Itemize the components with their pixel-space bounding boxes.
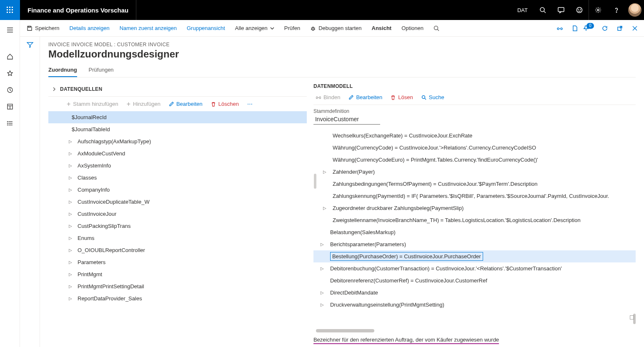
options-menu[interactable]: Optionen [396, 20, 428, 37]
nav-recent[interactable] [0, 82, 20, 98]
resize-handle[interactable] [630, 315, 634, 320]
tree-row-label: O_OIOUBLReportController [78, 247, 145, 253]
tab-validations[interactable]: Prüfungen [89, 67, 114, 77]
refresh-button[interactable] [597, 20, 612, 37]
view-menu[interactable]: Ansicht [367, 20, 397, 37]
datamodel-row[interactable]: Bestellung(PurchaseOrder) = CustInvoiceJ… [313, 250, 636, 262]
datamodel-row-label: Bestellung(PurchaseOrder) = CustInvoiceJ… [330, 252, 483, 261]
search-button[interactable] [534, 0, 552, 20]
expand-icon: ▷ [68, 139, 73, 144]
tree-row-label: PrintMgmt [78, 271, 102, 277]
expand-icon: ▷ [319, 290, 325, 295]
svg-rect-6 [7, 12, 8, 13]
horizontal-scrollbar[interactable] [316, 329, 374, 332]
nav-workspaces[interactable] [0, 98, 20, 115]
datamodel-row[interactable]: Belastungen(SalesMarkup) [313, 226, 636, 238]
nav-expand-button[interactable] [0, 22, 20, 38]
collapse-datasources[interactable] [48, 87, 60, 91]
nav-home[interactable] [0, 48, 20, 65]
feedback-button[interactable] [570, 0, 589, 20]
tree-row[interactable]: ▷Enums [48, 232, 307, 244]
datamodel-row[interactable]: ▷DirectDebitMandate [313, 287, 636, 299]
check-button[interactable]: Prüfen [279, 20, 305, 37]
svg-rect-11 [558, 7, 564, 12]
attach-button[interactable] [567, 20, 582, 37]
search-icon [539, 7, 546, 13]
debug-start-button[interactable]: Debuggen starten [305, 20, 366, 37]
tree-row-label: CustPackingSlipTrans [78, 223, 130, 229]
datamodel-row[interactable]: ▷Zugeordneter druckbarer Zahlungsbeleg(P… [313, 202, 636, 214]
dm-unbind-button[interactable]: Lösen [388, 92, 415, 102]
funnel-icon [27, 42, 33, 48]
svg-line-38 [437, 29, 439, 31]
nav-favorites[interactable] [0, 65, 20, 82]
show-names-first-button[interactable]: Namen zuerst anzeigen [115, 20, 182, 37]
tab-mapping[interactable]: Zuordnung [48, 67, 77, 77]
rootdef-input[interactable] [313, 114, 380, 125]
close-button[interactable] [627, 20, 642, 37]
tree-row[interactable]: ▷ReportDataProvider_Sales [48, 292, 307, 305]
datamodel-row[interactable]: ▷Berichtsparameter(Parameters) [313, 238, 636, 250]
nav-modules[interactable] [0, 115, 20, 132]
app-title: Finance and Operations Vorschau [20, 7, 136, 14]
tree-row[interactable]: ▷Parameters [48, 256, 307, 268]
datamodel-row[interactable]: Währung(CurrencyCode) = CustInvoiceJour.… [313, 142, 636, 154]
datamodel-row[interactable]: Währung(CurrencyCodeEuro) = PrintMgmt.Ta… [313, 154, 636, 166]
show-all-dropdown[interactable]: Alle anzeigen [230, 20, 279, 37]
tree-row[interactable]: ▷CustPackingSlipTrans [48, 220, 307, 232]
datamodel-row[interactable]: ▷Druckverwaltungseinstellung(PrintMgmtSe… [313, 299, 636, 311]
svg-rect-2 [12, 7, 13, 8]
link-icon [557, 25, 563, 31]
tree-row[interactable]: $JournalTableId [48, 123, 307, 135]
datamodel-row[interactable]: ▷Debitorenbuchung(CustomerTransaction) =… [313, 262, 636, 275]
user-avatar[interactable] [626, 0, 644, 20]
tree-row[interactable]: ▷PrintMgmt [48, 268, 307, 280]
help-button[interactable] [607, 0, 626, 20]
tree-row[interactable]: $JournalRecId [48, 111, 307, 123]
waffle-launcher[interactable] [0, 0, 20, 20]
more-button[interactable]: ⋯ [244, 99, 256, 109]
top-bar: Finance and Operations Vorschau DAT [0, 0, 644, 20]
tree-row[interactable]: ▷O_OIOUBLReportController [48, 244, 307, 256]
popout-button[interactable] [612, 20, 627, 37]
group-view-button[interactable]: Gruppenansicht [182, 20, 230, 37]
show-details-button[interactable]: Details anzeigen [65, 20, 115, 37]
tree-row[interactable]: ▷CustInvoiceJour [48, 208, 307, 220]
legal-entity[interactable]: DAT [511, 7, 534, 13]
datamodel-row[interactable]: Zahlungsbedingungen(TermsOfPayment) = Cu… [313, 178, 636, 190]
page-title: Modellzuordnungsdesigner [48, 48, 636, 60]
tree-row[interactable]: ▷CustInvoiceDuplicateTable_W [48, 196, 307, 208]
settings-button[interactable] [589, 0, 607, 20]
search-command[interactable] [428, 20, 444, 37]
expand-icon: ▷ [68, 163, 73, 168]
messages-button[interactable] [552, 0, 570, 20]
dm-edit-button[interactable]: Bearbeiten [346, 92, 385, 102]
splitter-handle[interactable] [314, 174, 316, 189]
tree-row[interactable]: ▷AxModuleCustVend [48, 147, 307, 160]
dm-search-button[interactable]: Suche [419, 92, 447, 102]
save-button[interactable]: Speichern [22, 20, 65, 37]
datamodel-row[interactable]: Wechselkurs(ExchangeRate) = CustInvoiceJ… [313, 130, 636, 142]
datamodel-row[interactable]: ▷Zahlender(Payer) [313, 166, 636, 178]
tree-row[interactable]: ▷Classes [48, 172, 307, 184]
tree-row-label: Aufschlagstyp(AxMarkupType) [78, 138, 151, 145]
tree-row[interactable]: ▷Aufschlagstyp(AxMarkupType) [48, 135, 307, 147]
tree-row-label: AxModuleCustVend [78, 150, 125, 157]
tree-row[interactable]: ▷PrintMgmtPrintSettingDetail [48, 280, 307, 292]
datamodel-row[interactable]: Zahlungskennung(PaymentId) = IF( Paramet… [313, 190, 636, 202]
notifications-button[interactable]: 0 [582, 20, 597, 37]
datamodel-row[interactable]: Debitorenreferenz(CustomerRef) = CustInv… [313, 275, 636, 287]
datamodel-row-label: Zahlungsbedingungen(TermsOfPayment) = Cu… [333, 181, 538, 187]
avatar-icon [628, 3, 641, 17]
chevron-down-icon [270, 26, 274, 30]
expand-icon: ▷ [319, 242, 325, 247]
tree-row[interactable]: ▷AxSystemInfo [48, 160, 307, 172]
edit-button[interactable]: Bearbeiten [165, 99, 206, 109]
tree-row[interactable]: ▷CompanyInfo [48, 184, 307, 196]
link-button[interactable] [552, 20, 567, 37]
datamodel-tree: Wechselkurs(ExchangeRate) = CustInvoiceJ… [313, 130, 636, 327]
datamodel-row[interactable]: Zweigstellenname(InvoiceBranchName_TH) =… [313, 214, 636, 226]
tree-row-label: CustInvoiceDuplicateTable_W [78, 199, 150, 205]
filter-button[interactable] [27, 42, 33, 347]
delete-button[interactable]: Löschen [208, 99, 242, 109]
